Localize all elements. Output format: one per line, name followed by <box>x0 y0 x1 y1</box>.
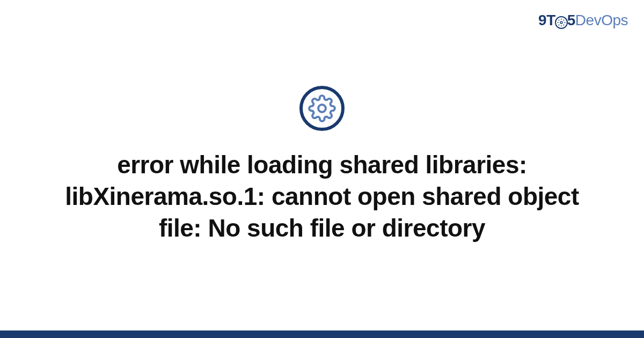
svg-point-1 <box>318 105 326 112</box>
page-title: error while loading shared libraries: li… <box>54 149 590 244</box>
brand-part-9t: 9T <box>538 12 555 28</box>
brand-logo: 9T5DevOps <box>538 12 628 29</box>
footer-accent-bar <box>0 330 644 338</box>
gear-icon <box>555 16 568 29</box>
brand-part-5: 5 <box>567 12 575 28</box>
svg-point-0 <box>560 21 562 24</box>
gear-icon <box>299 86 345 131</box>
brand-part-devops: DevOps <box>575 12 628 28</box>
